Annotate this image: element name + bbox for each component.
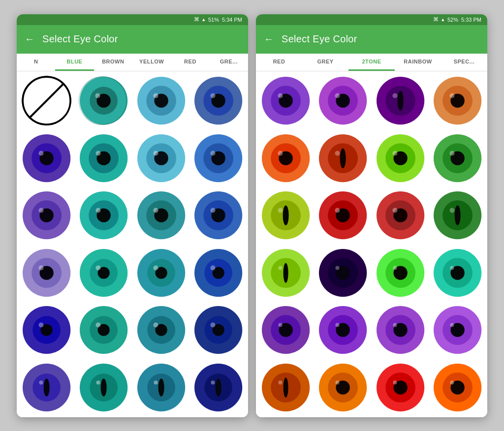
eye-orangered-r6[interactable] [430,360,486,415]
svg-point-38 [96,208,101,213]
eye-purple-cat-1[interactable] [19,360,74,415]
svg-point-130 [278,208,283,213]
eye-orange2-r6[interactable] [315,360,371,415]
tab-yellow[interactable]: YELLOW [132,54,171,71]
eye-lightblue-1[interactable] [133,73,189,129]
tab-red[interactable]: RED [171,54,209,71]
svg-point-74 [153,323,158,328]
svg-point-62 [211,265,216,270]
eye-teal-7[interactable] [76,303,132,358]
eye-darkviolet-r5[interactable] [315,303,371,358]
svg-point-46 [211,208,216,213]
eye-midpurple-r5[interactable] [373,303,428,358]
eye-navy-2[interactable] [191,303,247,358]
svg-point-50 [38,265,43,270]
signal-icon-2: ▴ [441,16,444,23]
svg-point-138 [392,208,397,213]
svg-point-154 [393,266,397,270]
svg-point-85 [101,378,107,396]
eye-lavender-1[interactable] [19,245,74,301]
eye-purple-1[interactable] [19,130,74,186]
svg-point-166 [336,323,340,327]
svg-point-142 [450,208,455,213]
phone-1: ⌘ ▴ 51% 5:34 PM ← Select Eye Color N BLU… [17,14,248,417]
eye-lime-r2[interactable] [373,130,428,186]
eye-teal-4[interactable] [133,188,189,244]
eye-darkgreen-r3[interactable] [430,188,486,244]
wifi-icon-2: ⌘ [433,16,439,23]
battery-percent-1: 51% [208,17,219,23]
eye-grid-1 [17,71,248,417]
eye-redblood-r3[interactable] [373,188,428,244]
svg-point-94 [211,380,215,384]
eye-navy-cat-1[interactable] [191,360,247,415]
svg-point-98 [278,93,283,98]
eye-teal-3[interactable] [76,188,132,244]
eye-purple-2[interactable] [19,188,74,244]
back-button-1[interactable]: ← [25,33,34,45]
tabs-bar-1: N BLUE BROWN YELLOW RED GRE... [17,54,248,71]
eye-orange-r1[interactable] [430,73,486,129]
svg-point-66 [38,323,43,328]
eye-redbrown-r6[interactable] [258,360,314,415]
tab-blue[interactable]: BLUE [55,54,94,71]
eye-catgreen-r3[interactable] [258,188,314,244]
eye-teal-5[interactable] [76,245,132,301]
eye-deepblue-1[interactable] [191,73,247,129]
tab-grey-2[interactable]: GREY [302,54,348,71]
eye-blue-2[interactable] [191,130,247,186]
eye-teal-cat-1[interactable] [76,360,132,415]
eye-dark-purple-1[interactable] [19,303,74,358]
eye-green-r2[interactable] [430,130,486,186]
eye-teal-2[interactable] [76,130,132,186]
svg-point-182 [336,380,340,384]
eye-catlime-r4[interactable] [258,245,314,301]
eye-purplelav-r5[interactable] [258,303,314,358]
tab-grey-1[interactable]: GRE... [210,54,248,71]
svg-point-26 [153,151,158,155]
eye-violet-r1[interactable] [315,73,371,129]
svg-point-174 [450,323,454,327]
eye-teal-8[interactable] [133,303,189,358]
svg-point-86 [96,380,100,384]
eye-darkpurple2-r4[interactable] [315,245,371,301]
eye-violet2-r5[interactable] [430,303,486,358]
eye-darkpurple-r1[interactable] [373,73,428,129]
eye-purple-r1[interactable] [258,73,314,129]
tab-rainbow[interactable]: RAINBOW [395,54,441,71]
eye-catred-r2[interactable] [315,130,371,186]
svg-point-30 [211,151,216,155]
signal-icon: ▴ [202,16,205,23]
eye-lightblue-2[interactable] [133,130,189,186]
eye-tealgreen-r4[interactable] [430,245,486,301]
battery-percent-2: 52% [447,17,458,23]
tabs-bar-2: RED GREY 2TONE RAINBOW SPEC... [256,54,487,71]
eye-teal-cat-2[interactable] [133,360,189,415]
tab-n[interactable]: N [17,54,55,71]
eye-redbrown-r2[interactable] [258,130,314,186]
eye-darkred-r3[interactable] [315,188,371,244]
eye-bloodred-r6[interactable] [373,360,428,415]
svg-point-110 [450,93,455,98]
eye-teal-1[interactable] [76,73,132,129]
eye-teal-6[interactable] [133,245,189,301]
tab-brown[interactable]: BROWN [94,54,132,71]
tab-red-2[interactable]: RED [256,54,302,71]
app-bar-2: ← Select Eye Color [256,25,487,54]
tab-spec[interactable]: SPEC... [441,54,487,71]
svg-point-114 [278,151,283,155]
eye-grid-2 [256,71,487,417]
eye-navy-1[interactable] [191,245,247,301]
svg-point-190 [450,380,454,384]
eye-none[interactable] [19,73,74,129]
svg-point-106 [392,93,397,98]
eye-brightgreen-r4[interactable] [373,245,428,301]
back-button-2[interactable]: ← [264,33,274,45]
svg-point-158 [450,266,454,270]
svg-point-78 [211,323,216,328]
eye-blue-3[interactable] [191,188,247,244]
tab-2tone[interactable]: 2TONE [348,54,395,71]
svg-point-34 [38,208,43,213]
svg-point-134 [335,208,340,213]
phone-2: ⌘ ▴ 52% 5:33 PM ← Select Eye Color RED G… [256,14,487,417]
